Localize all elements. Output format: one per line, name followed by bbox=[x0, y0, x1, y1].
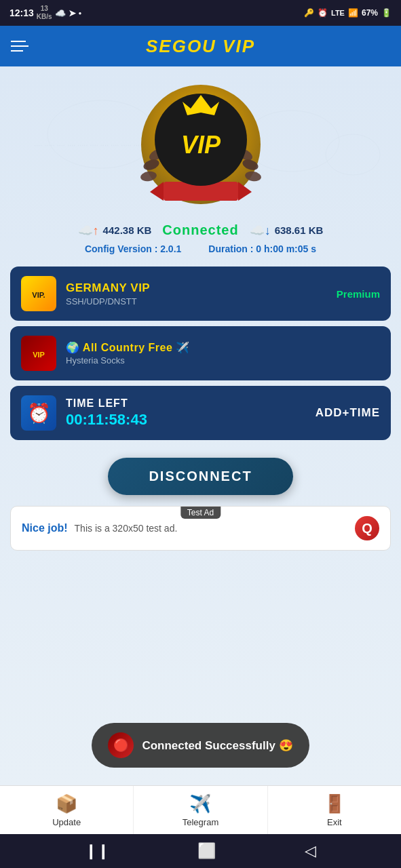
toast-logo: 🔴 bbox=[113, 738, 128, 753]
germany-vip-badge: Premium bbox=[337, 288, 380, 300]
config-row: Config Version : 2.0.1 Duration : 0 h:00… bbox=[85, 243, 316, 254]
timer-emoji: ⏰ bbox=[27, 402, 51, 425]
toast-message: Connected Successfully 😍 bbox=[142, 738, 292, 753]
add-time-button[interactable]: ADD+TIME bbox=[316, 406, 380, 420]
ad-nice-text: Nice job! bbox=[22, 522, 68, 534]
all-country-icon: VIP bbox=[21, 336, 56, 371]
germany-vip-title: GERMANY VIP bbox=[66, 281, 337, 295]
ad-banner: Test Ad Nice job! This is a 320x50 test … bbox=[10, 506, 391, 551]
germany-vip-icon: VIP. bbox=[21, 276, 56, 311]
app-title: SEGOU VIP bbox=[146, 36, 255, 57]
exit-nav-item[interactable]: 🚪 Exit bbox=[268, 786, 401, 834]
telegram-label: Telegram bbox=[183, 817, 218, 827]
time-left-value: 00:11:58:43 bbox=[66, 411, 316, 429]
menu-button[interactable] bbox=[11, 41, 28, 52]
menu-line-2 bbox=[11, 45, 28, 47]
germany-vip-card[interactable]: VIP. GERMANY VIP SSH/UDP/DNSTT Premium bbox=[10, 267, 391, 321]
time-left-title: TIME LEFT bbox=[66, 397, 316, 410]
menu-line-1 bbox=[11, 41, 26, 42]
ad-logo: Q bbox=[362, 521, 373, 536]
update-label: Update bbox=[52, 817, 81, 827]
ad-description: This is a 320x50 test ad. bbox=[75, 523, 355, 534]
status-bar: 12:13 13 KB/s ☁️ ➤ ● 🔑 ⏰ LTE 📶 67% 🔋 bbox=[0, 0, 401, 26]
status-kb: 13 KB/s bbox=[37, 5, 52, 21]
svg-text:VIP: VIP bbox=[180, 131, 221, 159]
cloud-icon: ☁️ bbox=[55, 8, 66, 18]
menu-line-3 bbox=[11, 50, 23, 52]
dot-icon: ● bbox=[79, 10, 82, 16]
update-icon: 📦 bbox=[56, 793, 77, 814]
vip-badge-container: VIP bbox=[136, 80, 265, 209]
all-country-subtitle: Hysteria Socks bbox=[66, 355, 380, 366]
ad-label: Test Ad bbox=[180, 507, 221, 519]
bottom-navigation: 📦 Update ✈️ Telegram 🚪 Exit bbox=[0, 785, 401, 834]
battery-icon: 🔋 bbox=[381, 8, 392, 18]
exit-label: Exit bbox=[327, 817, 342, 827]
germany-vip-info: GERMANY VIP SSH/UDP/DNSTT bbox=[66, 281, 337, 307]
all-country-title: 🌍 All Country Free ✈️ bbox=[66, 341, 380, 354]
status-time: 12:13 bbox=[9, 7, 34, 18]
battery-label: 67% bbox=[362, 8, 378, 18]
lte-label: LTE bbox=[331, 9, 345, 17]
status-right: 🔑 ⏰ LTE 📶 67% 🔋 bbox=[304, 8, 392, 18]
telegram-icon: ✈️ bbox=[189, 793, 211, 814]
signal-icon: 📶 bbox=[348, 8, 358, 18]
time-left-card[interactable]: ⏰ TIME LEFT 00:11:58:43 ADD+TIME bbox=[10, 386, 391, 440]
exit-icon: 🚪 bbox=[324, 793, 345, 814]
all-country-card[interactable]: VIP 🌍 All Country Free ✈️ Hysteria Socks bbox=[10, 326, 391, 380]
toast-notification: 🔴 Connected Successfully 😍 bbox=[92, 723, 309, 768]
svg-point-4 bbox=[326, 134, 380, 175]
telegram-nav-item[interactable]: ✈️ Telegram bbox=[134, 786, 267, 834]
svg-text:VIP.: VIP. bbox=[32, 291, 45, 299]
app-header: SEGOU VIP bbox=[0, 26, 401, 66]
config-version: Config Version : 2.0.1 bbox=[85, 243, 181, 254]
main-content: ···· ····· ···· ···· ····· ···· ···· ···… bbox=[0, 66, 401, 785]
system-navigation: ❙❙ ⬜ ◁ bbox=[0, 834, 401, 868]
all-country-info: 🌍 All Country Free ✈️ Hysteria Socks bbox=[66, 341, 380, 366]
key-icon: 🔑 bbox=[304, 8, 314, 18]
vip-badge: VIP bbox=[136, 80, 265, 209]
status-left: 12:13 13 KB/s ☁️ ➤ ● bbox=[9, 5, 81, 21]
alarm-icon: ⏰ bbox=[318, 8, 328, 18]
duration: Duration : 0 h:00 m:05 s bbox=[208, 243, 316, 254]
recent-apps-button[interactable]: ❙❙ bbox=[85, 842, 109, 860]
location-icon: ➤ bbox=[69, 8, 76, 18]
update-nav-item[interactable]: 📦 Update bbox=[0, 786, 134, 834]
toast-icon: 🔴 bbox=[108, 732, 134, 758]
back-button[interactable]: ◁ bbox=[305, 842, 316, 860]
ad-icon: Q bbox=[355, 516, 379, 540]
timer-icon: ⏰ bbox=[21, 395, 56, 431]
time-left-info: TIME LEFT 00:11:58:43 bbox=[66, 397, 316, 429]
disconnect-button[interactable]: DISCONNECT bbox=[108, 458, 292, 495]
home-button[interactable]: ⬜ bbox=[197, 842, 216, 860]
germany-vip-subtitle: SSH/UDP/DNSTT bbox=[66, 296, 337, 307]
svg-text:VIP: VIP bbox=[33, 351, 45, 359]
